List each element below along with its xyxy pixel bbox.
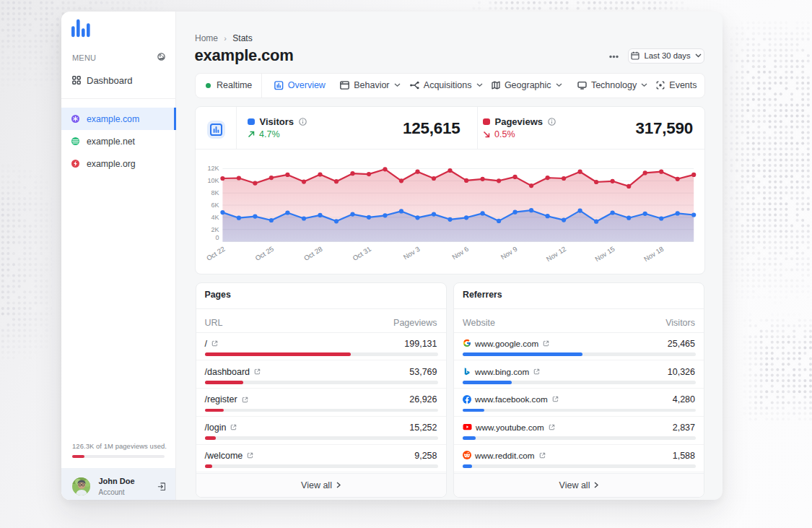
svg-text:Nov 6: Nov 6 <box>450 245 470 261</box>
svg-text:Nov 18: Nov 18 <box>642 245 664 263</box>
svg-text:4K: 4K <box>211 214 219 221</box>
svg-text:6K: 6K <box>211 202 219 209</box>
svg-text:10K: 10K <box>207 177 219 184</box>
svg-text:Oct 22: Oct 22 <box>204 245 226 262</box>
svg-text:Nov 9: Nov 9 <box>499 245 518 261</box>
svg-text:12K: 12K <box>207 165 219 172</box>
svg-text:Oct 25: Oct 25 <box>253 245 275 262</box>
svg-text:2K: 2K <box>211 226 219 233</box>
svg-text:Nov 12: Nov 12 <box>544 245 567 263</box>
svg-text:Oct 31: Oct 31 <box>351 245 372 262</box>
svg-text:0: 0 <box>215 234 219 241</box>
svg-text:Nov 3: Nov 3 <box>401 245 421 261</box>
svg-text:Nov 15: Nov 15 <box>593 245 616 263</box>
svg-text:8K: 8K <box>211 189 219 196</box>
svg-text:Oct 28: Oct 28 <box>302 245 323 262</box>
